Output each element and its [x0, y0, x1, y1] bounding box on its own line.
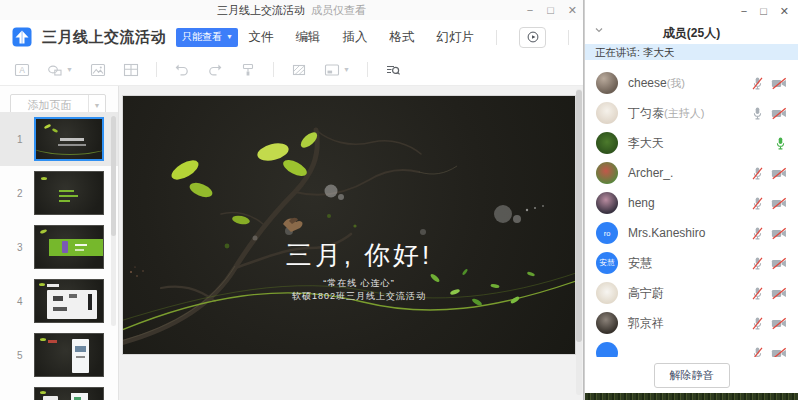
slide-thumbnail[interactable] [34, 279, 104, 323]
slide-number: 1 [17, 134, 23, 145]
camera-muted-icon [771, 167, 787, 180]
maximize-icon[interactable]: □ [547, 5, 554, 16]
slide-thumbnail-row-5[interactable]: 5 [0, 328, 118, 382]
slide-number: 5 [17, 350, 23, 361]
member-av-controls[interactable] [751, 256, 787, 271]
mic-speaking-icon [774, 136, 787, 151]
slide-canvas: 三月, 你好! “常在线 心连心” 软硕1802班三月线上交流活动 [123, 96, 575, 354]
slide-thumbnail[interactable] [34, 333, 104, 377]
slide-number: 2 [17, 188, 23, 199]
avatar [596, 72, 618, 94]
sidebar-scrollbar[interactable] [111, 116, 116, 326]
titlebar: 三月线上交流活动成员仅查看 − □ ✕ [0, 0, 583, 20]
screen: 三月线上交流活动成员仅查看 − □ ✕ 三月线上交流活动 只能查看 ▼ 文件编辑… [0, 0, 798, 400]
slide-thumbnail-row-1[interactable]: 1 [0, 112, 118, 166]
window-title-text: 三月线上交流活动 [217, 4, 305, 16]
header-row: 三月线上交流活动 只能查看 ▼ 文件编辑插入格式幻灯片 [0, 20, 583, 54]
menu-item-4[interactable]: 格式 [390, 29, 415, 46]
slide-subtitle1-text: “常在线 心连心” [123, 277, 575, 290]
slide-panel: 添加页面 ▼ 123456 [0, 86, 118, 400]
divider [273, 62, 274, 77]
member-row-高宁蔚[interactable]: 高宁蔚 [585, 278, 798, 308]
member-row-Archer_.[interactable]: Archer_. [585, 158, 798, 188]
minimize-icon[interactable]: − [527, 5, 533, 16]
mic-muted-icon [751, 166, 764, 181]
menu-item-1[interactable]: 文件 [249, 29, 274, 46]
member-av-controls[interactable] [751, 286, 787, 301]
slide-thumbnail[interactable] [34, 387, 104, 400]
slideshow-play-button[interactable] [519, 27, 546, 48]
chevron-down-icon: ▼ [226, 33, 233, 40]
editor-scrollbar[interactable] [576, 89, 582, 395]
menu-item-5[interactable]: 幻灯片 [437, 29, 475, 46]
toolbar: A▼▼ [0, 54, 583, 86]
member-name: Archer_. [628, 166, 673, 180]
menu-item-2[interactable]: 编辑 [296, 29, 321, 46]
redo-icon [207, 62, 223, 78]
unmute-button[interactable]: 解除静音 [654, 363, 730, 388]
member-av-controls[interactable] [751, 226, 787, 241]
member-name: 高宁蔚 [628, 285, 664, 302]
member-row-郭京祥[interactable]: 郭京祥 [585, 308, 798, 338]
member-av-controls[interactable] [751, 196, 787, 211]
member-name: cheese(我) [628, 76, 685, 91]
avatar [596, 132, 618, 154]
member-row-李大天[interactable]: 李大天 [585, 128, 798, 158]
slide-thumbnail[interactable] [34, 171, 104, 215]
member-av-controls[interactable] [751, 76, 787, 91]
member-av-controls[interactable] [751, 106, 787, 121]
image-icon [90, 62, 106, 78]
member-row-Mrs.Kaneshiro[interactable]: roMrs.Kaneshiro [585, 218, 798, 248]
member-name: 郭京祥 [628, 315, 664, 332]
camera-muted-icon [771, 227, 787, 240]
desktop-wallpaper-strip [585, 393, 798, 400]
member-row-heng[interactable]: heng [585, 188, 798, 218]
member-name: 李大天 [628, 135, 664, 152]
app-logo-icon [12, 27, 32, 47]
slide-editor: 三月, 你好! “常在线 心连心” 软硕1802班三月线上交流活动 [118, 86, 583, 400]
member-av-controls[interactable] [751, 316, 787, 331]
slide-thumbnail-row-6[interactable]: 6 [0, 382, 118, 400]
slide-thumbnail-row-4[interactable]: 4 [0, 274, 118, 328]
menu-item-3[interactable]: 插入 [343, 29, 368, 46]
slide-thumbnail-row-2[interactable]: 2 [0, 166, 118, 220]
member-name: 安慧 [628, 255, 652, 272]
avatar [596, 312, 618, 334]
minimize-icon[interactable]: − [741, 5, 747, 17]
find-replace-icon[interactable] [385, 62, 401, 78]
member-name: 丁匀泰(主持人) [628, 105, 704, 122]
document-title: 三月线上交流活动 [42, 28, 166, 47]
shapes-icon: ▼ [47, 62, 73, 78]
mic-muted-icon [751, 196, 764, 211]
body-row: 添加页面 ▼ 123456 [0, 86, 583, 400]
camera-muted-icon [771, 287, 787, 300]
slide-artwork [123, 96, 575, 354]
slide-thumbnail[interactable] [34, 117, 104, 161]
members-panel-titlebar: − □ ✕ [585, 0, 798, 22]
slide-thumbnail[interactable] [34, 225, 104, 269]
presentation-window: 三月线上交流活动成员仅查看 − □ ✕ 三月线上交流活动 只能查看 ▼ 文件编辑… [0, 0, 584, 400]
member-row-cheese[interactable]: cheese(我) [585, 68, 798, 98]
window-subtitle-text: 成员仅查看 [311, 4, 366, 16]
member-av-controls[interactable] [774, 136, 787, 151]
mic-muted-icon [751, 286, 764, 301]
members-panel-title: 成员(25人) [585, 25, 798, 42]
close-icon[interactable]: ✕ [780, 5, 789, 18]
view-only-badge-label: 只能查看 [182, 30, 222, 44]
avatar: ro [596, 222, 618, 244]
slide-layout-icon: ▼ [324, 62, 350, 78]
table-icon [123, 62, 139, 78]
member-row-安慧[interactable]: 安慧安慧 [585, 248, 798, 278]
slide-number: 4 [17, 296, 23, 307]
maximize-icon[interactable]: □ [760, 5, 767, 17]
member-row-丁匀泰[interactable]: 丁匀泰(主持人) [585, 98, 798, 128]
mic-muted-icon [751, 226, 764, 241]
window-title: 三月线上交流活动成员仅查看 [0, 3, 583, 18]
divider [496, 30, 497, 45]
play-icon [526, 30, 540, 44]
member-role-suffix: (我) [667, 77, 685, 89]
close-icon[interactable]: ✕ [568, 5, 577, 16]
slide-thumbnail-row-3[interactable]: 3 [0, 220, 118, 274]
member-av-controls[interactable] [751, 166, 787, 181]
view-only-badge[interactable]: 只能查看 ▼ [176, 28, 238, 47]
